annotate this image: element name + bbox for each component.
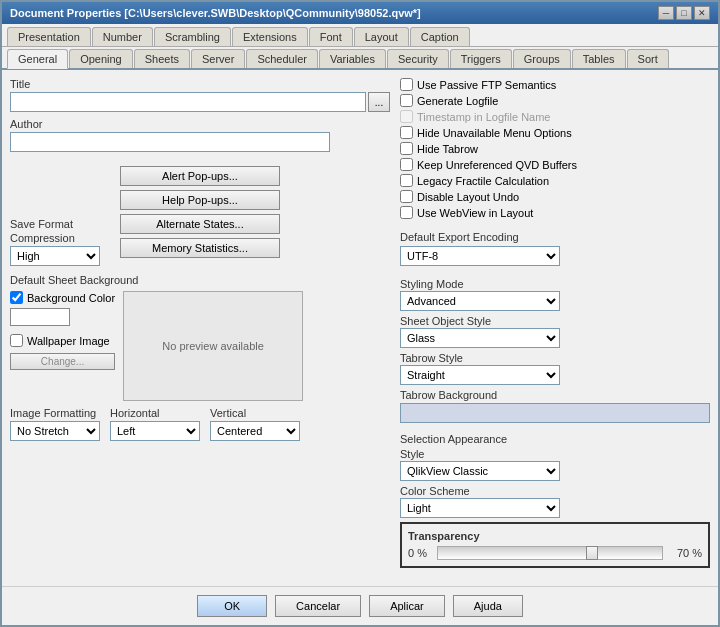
tab-scheduler[interactable]: Scheduler <box>246 49 318 68</box>
use-webview-label[interactable]: Use WebView in Layout <box>400 206 710 219</box>
transparency-box: Transparency 0 % 70 % <box>400 522 710 568</box>
tab-groups[interactable]: Groups <box>513 49 571 68</box>
tab-variables[interactable]: Variables <box>319 49 386 68</box>
timestamp-logfile-checkbox <box>400 110 413 123</box>
footer: OK Cancelar Aplicar Ajuda <box>2 586 718 625</box>
transparency-slider[interactable] <box>437 546 663 560</box>
keep-unreferenced-checkbox[interactable] <box>400 158 413 171</box>
minimize-button[interactable]: ─ <box>658 6 674 20</box>
tab-tables[interactable]: Tables <box>572 49 626 68</box>
hide-tabrow-label[interactable]: Hide Tabrow <box>400 142 710 155</box>
maximize-button[interactable]: □ <box>676 6 692 20</box>
tab-server[interactable]: Server <box>191 49 245 68</box>
save-format-label: Save Format <box>10 218 100 230</box>
vertical-select[interactable]: Centered Top Bottom <box>210 421 300 441</box>
color-scheme-select[interactable]: Light Dark <box>400 498 560 518</box>
tab-layout[interactable]: Layout <box>354 27 409 46</box>
tab-scrambling[interactable]: Scrambling <box>154 27 231 46</box>
disable-layout-checkbox[interactable] <box>400 190 413 203</box>
help-popups-button[interactable]: Help Pop-ups... <box>120 190 280 210</box>
image-formatting-group: Image Formatting No Stretch Stretch Fit … <box>10 407 100 441</box>
memory-statistics-button[interactable]: Memory Statistics... <box>120 238 280 258</box>
image-format-select[interactable]: No Stretch Stretch Fit Fill <box>10 421 100 441</box>
transparency-slider-row: 0 % 70 % <box>408 546 702 560</box>
tabs-row2: General Opening Sheets Server Scheduler … <box>2 47 718 70</box>
hide-tabrow-checkbox[interactable] <box>400 142 413 155</box>
tab-opening[interactable]: Opening <box>69 49 133 68</box>
sheet-object-style-select[interactable]: Glass Flat Shadowed <box>400 328 560 348</box>
sheet-object-style-label: Sheet Object Style <box>400 315 710 327</box>
tab-caption[interactable]: Caption <box>410 27 470 46</box>
use-passive-ftp-label[interactable]: Use Passive FTP Semantics <box>400 78 710 91</box>
tab-sheets[interactable]: Sheets <box>134 49 190 68</box>
tab-general[interactable]: General <box>7 49 68 69</box>
transparency-left-value: 0 % <box>408 547 433 559</box>
background-color-checkbox[interactable] <box>10 291 23 304</box>
sheet-object-style-group: Sheet Object Style Glass Flat Shadowed <box>400 315 710 348</box>
wallpaper-image-checkbox[interactable] <box>10 334 23 347</box>
title-input[interactable] <box>10 92 366 112</box>
title-browse-button[interactable]: ... <box>368 92 390 112</box>
window-title: Document Properties [C:\Users\clever.SWB… <box>10 7 421 19</box>
close-button[interactable]: ✕ <box>694 6 710 20</box>
content-area: Title ... Author Save Format Compression… <box>2 70 718 586</box>
alternate-states-button[interactable]: Alternate States... <box>120 214 280 234</box>
style-select[interactable]: QlikView Classic Windows LED <box>400 461 560 481</box>
hide-unavailable-checkbox[interactable] <box>400 126 413 139</box>
tab-presentation[interactable]: Presentation <box>7 27 91 46</box>
tabrow-background-group: Tabrow Background <box>400 389 710 423</box>
legacy-fractile-checkbox[interactable] <box>400 174 413 187</box>
alert-popups-button[interactable]: Alert Pop-ups... <box>120 166 280 186</box>
tab-triggers[interactable]: Triggers <box>450 49 512 68</box>
horizontal-label: Horizontal <box>110 407 200 419</box>
style-label: Style <box>400 448 710 460</box>
change-button[interactable]: Change... <box>10 353 115 370</box>
style-group: Style QlikView Classic Windows LED <box>400 448 710 481</box>
cancel-button[interactable]: Cancelar <box>275 595 361 617</box>
help-button[interactable]: Ajuda <box>453 595 523 617</box>
title-label: Title <box>10 78 390 90</box>
styling-mode-select[interactable]: Advanced Simple <box>400 291 560 311</box>
background-color-label: Background Color <box>27 292 115 304</box>
wallpaper-image-row: Wallpaper Image <box>10 334 115 347</box>
generate-logfile-checkbox[interactable] <box>400 94 413 107</box>
disable-layout-label[interactable]: Disable Layout Undo <box>400 190 710 203</box>
keep-unreferenced-label[interactable]: Keep Unreferenced QVD Buffers <box>400 158 710 171</box>
use-passive-ftp-checkbox[interactable] <box>400 78 413 91</box>
encoding-section: Default Export Encoding UTF-8 <box>400 231 710 266</box>
document-properties-window: Document Properties [C:\Users\clever.SWB… <box>0 0 720 627</box>
styling-mode-label: Styling Mode <box>400 278 710 290</box>
generate-logfile-label[interactable]: Generate Logfile <box>400 94 710 107</box>
default-sheet-bg-label: Default Sheet Background <box>10 274 390 286</box>
bg-content: Background Color Wallpaper Image Change.… <box>10 291 390 401</box>
tabrow-style-select[interactable]: Straight Rounded Windows <box>400 365 560 385</box>
horizontal-group: Horizontal Left Center Right <box>110 407 200 441</box>
checkboxes-group: Use Passive FTP Semantics Generate Logfi… <box>400 78 710 219</box>
left-panel: Title ... Author Save Format Compression… <box>10 78 390 578</box>
tabrow-style-group: Tabrow Style Straight Rounded Windows <box>400 352 710 385</box>
encoding-select[interactable]: UTF-8 <box>400 246 560 266</box>
horizontal-select[interactable]: Left Center Right <box>110 421 200 441</box>
apply-button[interactable]: Aplicar <box>369 595 445 617</box>
ok-button[interactable]: OK <box>197 595 267 617</box>
tab-security[interactable]: Security <box>387 49 449 68</box>
vertical-group: Vertical Centered Top Bottom <box>210 407 300 441</box>
tabrow-background-label: Tabrow Background <box>400 389 710 401</box>
hide-unavailable-label[interactable]: Hide Unavailable Menu Options <box>400 126 710 139</box>
tab-number[interactable]: Number <box>92 27 153 46</box>
compression-select[interactable]: High Medium Low None <box>10 246 100 266</box>
legacy-fractile-label[interactable]: Legacy Fractile Calculation <box>400 174 710 187</box>
image-format-row: Image Formatting No Stretch Stretch Fit … <box>10 407 390 441</box>
right-panel: Use Passive FTP Semantics Generate Logfi… <box>400 78 710 578</box>
use-webview-checkbox[interactable] <box>400 206 413 219</box>
tab-extensions[interactable]: Extensions <box>232 27 308 46</box>
tab-font[interactable]: Font <box>309 27 353 46</box>
title-field-row: ... <box>10 92 390 112</box>
background-color-row: Background Color <box>10 291 115 304</box>
selection-appearance-label: Selection Appearance <box>400 433 710 445</box>
tab-sort[interactable]: Sort <box>627 49 669 68</box>
tabrow-background-input[interactable] <box>400 403 710 423</box>
author-input[interactable] <box>10 132 330 152</box>
color-swatch[interactable] <box>10 308 70 326</box>
color-scheme-label: Color Scheme <box>400 485 710 497</box>
